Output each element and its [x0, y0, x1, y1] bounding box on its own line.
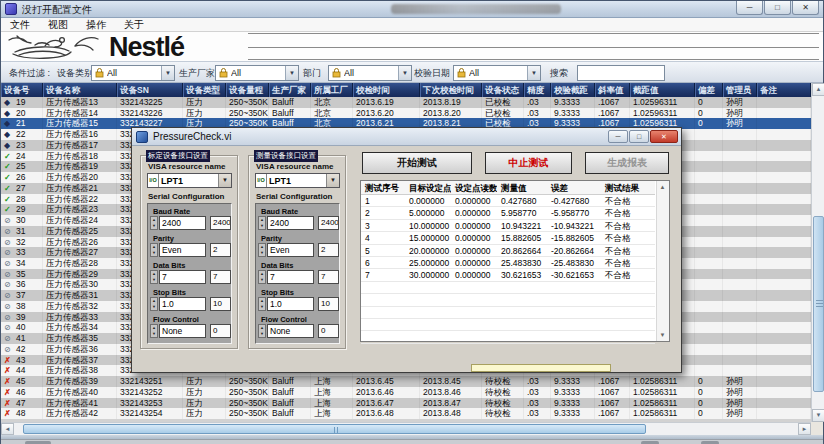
column-header-t1[interactable]: 校检时间	[353, 83, 420, 97]
field-value-input[interactable]: 7	[267, 270, 314, 284]
table-row-46[interactable]: ✗46压力传感器40332143252压力250~350KBaluff上海201…	[1, 387, 811, 398]
generate-report-button[interactable]: 生成报表	[585, 152, 669, 174]
chevron-down-icon[interactable]: ▼	[326, 174, 339, 187]
filter-lock-icon	[331, 68, 342, 78]
filter-combo-3[interactable]: All▼	[453, 65, 541, 81]
chevron-down-icon[interactable]: ▼	[527, 66, 540, 80]
table-row-20[interactable]: ◆20压力传感器14332143226压力250~350KBaluff北京201…	[1, 108, 811, 119]
field-value-input[interactable]: 2400	[159, 216, 206, 230]
spinner-icon[interactable]: ▲▼	[258, 243, 266, 257]
result-row-3[interactable]: 415.0000000.00000015.882605-15.882605不合格	[361, 232, 655, 244]
column-header-vendor[interactable]: 生产厂家	[269, 83, 311, 97]
spinner-icon[interactable]: ▲▼	[258, 216, 266, 230]
start-test-button[interactable]: 开始测试	[362, 152, 472, 174]
visa-resource-combo[interactable]: I/OLPT1▼	[255, 173, 340, 188]
visa-resource-combo[interactable]: I/OLPT1▼	[147, 173, 232, 188]
column-header-num[interactable]: 设备号	[1, 83, 43, 97]
column-header-dev[interactable]: 偏差	[695, 83, 723, 97]
menu-item-3[interactable]: 关于	[115, 18, 153, 32]
table-row-45[interactable]: ✗45压力传感器39332143251压力250~350KBaluff上海201…	[1, 376, 811, 387]
vertical-scrollbar[interactable]: ▲ ▼	[811, 83, 824, 422]
field-value-input[interactable]: Even	[159, 243, 206, 257]
column-header-v2[interactable]: 斜率值	[595, 83, 630, 97]
column-header-t2[interactable]: 下次校检时间	[420, 83, 482, 97]
chevron-down-icon[interactable]: ▼	[285, 66, 298, 80]
column-header-sn[interactable]: 设备SN	[117, 83, 183, 97]
result-table-scrollbar[interactable]: ▲▼	[656, 181, 669, 341]
scroll-down-icon[interactable]: ▼	[812, 409, 824, 422]
column-header-acc[interactable]: 精度	[524, 83, 551, 97]
cell-t2: 2013.8.47	[420, 398, 482, 409]
spinner-icon[interactable]: ▲▼	[258, 324, 266, 338]
field-value-input[interactable]: 7	[159, 270, 206, 284]
filter-combo-2[interactable]: All▼	[328, 65, 412, 81]
cell-dev	[695, 161, 723, 172]
table-header[interactable]: 设备号设备名称设备SN设备类型设备量程生产厂家所属工厂校检时间下次校检时间设备状…	[1, 83, 811, 97]
column-header-range[interactable]: 设备量程	[226, 83, 269, 97]
result-row-0[interactable]: 10.0000000.0000000.427680-0.427680不合格	[361, 195, 655, 207]
column-header-mgr[interactable]: 管理员	[723, 83, 757, 97]
horizontal-scroll-thumb[interactable]	[23, 424, 646, 434]
field-value-input[interactable]: 2400	[267, 216, 314, 230]
column-header-note[interactable]: 备注	[757, 83, 811, 97]
table-row-48[interactable]: ✗48压力传感器42332143254压力250~350KBaluff上海201…	[1, 408, 811, 419]
search-input[interactable]	[578, 67, 699, 79]
table-row-47[interactable]: ✗47压力传感器41332143253压力250~350KBaluff上海201…	[1, 398, 811, 409]
menu-item-2[interactable]: 操作	[77, 18, 115, 32]
screen: 没打开配置文件 ─ □ ✕ 文件视图操作关于	[0, 0, 824, 444]
result-row-6[interactable]: 730.0000000.00000030.621653-30.621653不合格	[361, 269, 655, 281]
chevron-down-icon[interactable]: ▼	[161, 66, 174, 80]
column-header-factory[interactable]: 所属工厂	[311, 83, 353, 97]
column-header-status[interactable]: 设备状态	[482, 83, 524, 97]
scroll-up-icon[interactable]: ▲	[812, 83, 824, 96]
vertical-scroll-thumb[interactable]	[813, 216, 824, 392]
menu-item-1[interactable]: 视图	[39, 18, 77, 32]
spinner-icon[interactable]: ▲▼	[150, 324, 158, 338]
scroll-right-icon[interactable]: ►	[798, 423, 811, 435]
cell-status: 待校检	[482, 387, 524, 398]
field-value-input[interactable]: 1.0	[159, 297, 206, 311]
result-cell: 0.000000	[451, 195, 497, 206]
result-row-4[interactable]: 520.0000000.00000020.862664-20.862664不合格	[361, 245, 655, 257]
dialog-close-button[interactable]: ✕	[650, 130, 678, 143]
result-row-5[interactable]: 625.0000000.00000025.483830-25.483830不合格	[361, 257, 655, 269]
close-button[interactable]: ✕	[792, 1, 819, 15]
horizontal-scrollbar[interactable]: ◄ ►	[1, 422, 811, 435]
field-value-input[interactable]: Even	[267, 243, 314, 257]
scroll-up-icon[interactable]: ▲	[657, 182, 668, 192]
maximize-button[interactable]: □	[764, 1, 791, 15]
spinner-icon[interactable]: ▲▼	[150, 216, 158, 230]
result-row-2[interactable]: 310.0000000.00000010.943221-10.943221不合格	[361, 220, 655, 232]
field-value-input[interactable]: None	[159, 324, 206, 338]
cell-factory: 上海	[311, 408, 353, 419]
spinner-icon[interactable]: ▲▼	[258, 270, 266, 284]
dialog-maximize-button[interactable]: □	[629, 130, 649, 143]
filter-combo-1[interactable]: All▼	[215, 65, 299, 81]
spinner-icon[interactable]: ▲▼	[150, 243, 158, 257]
result-row-1[interactable]: 25.0000000.0000005.958770-5.958770不合格	[361, 207, 655, 219]
column-header-v3[interactable]: 截距值	[630, 83, 695, 97]
filter-combo-0[interactable]: All▼	[91, 65, 175, 81]
cell-dev	[695, 204, 723, 215]
dialog-minimize-button[interactable]: ─	[608, 130, 628, 143]
chevron-down-icon[interactable]: ▼	[398, 66, 411, 80]
column-header-v1[interactable]: 校验截距	[551, 83, 595, 97]
cell-note	[757, 290, 811, 301]
menu-item-0[interactable]: 文件	[1, 18, 39, 32]
spinner-icon[interactable]: ▲▼	[150, 297, 158, 311]
abort-test-button[interactable]: 中止测试	[485, 152, 572, 174]
table-row-19[interactable]: ◆19压力传感器13332143225压力250~350KBaluff北京201…	[1, 97, 811, 108]
search-box[interactable]	[577, 65, 665, 81]
spinner-icon[interactable]: ▲▼	[258, 297, 266, 311]
column-header-type[interactable]: 设备类型	[183, 83, 226, 97]
dialog-title-bar[interactable]: PressureCheck.vi ─ □ ✕	[132, 128, 681, 146]
chevron-down-icon[interactable]: ▼	[218, 174, 231, 187]
spinner-icon[interactable]: ▲▼	[150, 270, 158, 284]
field-value-input[interactable]: None	[267, 324, 314, 338]
column-header-name[interactable]: 设备名称	[43, 83, 117, 97]
scroll-down-icon[interactable]: ▼	[657, 330, 668, 340]
field-value-input[interactable]: 1.0	[267, 297, 314, 311]
result-cell: 0.427680	[497, 195, 547, 206]
minimize-button[interactable]: ─	[736, 1, 763, 15]
scroll-left-icon[interactable]: ◄	[1, 423, 14, 435]
